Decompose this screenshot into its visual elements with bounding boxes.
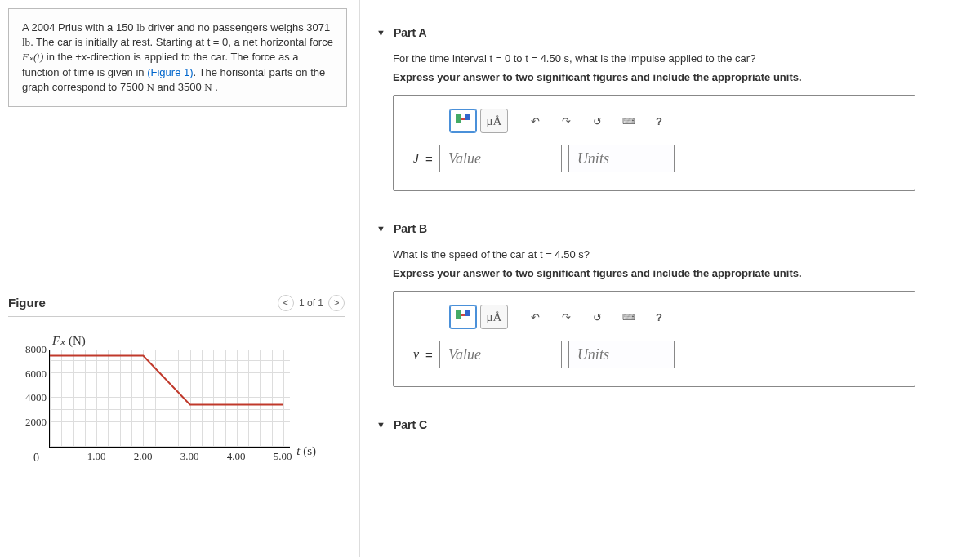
x-axis-label: t (s)	[296, 444, 316, 458]
y-tick: 2000	[25, 416, 47, 429]
part-a-header[interactable]: ▼ Part A	[360, 11, 980, 52]
part-b-value-input[interactable]	[439, 341, 562, 368]
x-tick: 3.00	[180, 450, 199, 463]
y-tick: 4000	[25, 391, 47, 404]
part-c-header[interactable]: ▼ Part C	[360, 403, 980, 444]
part-a-units-input[interactable]	[568, 145, 675, 172]
part-a-value-input[interactable]	[439, 145, 562, 172]
figure-link[interactable]: (Figure 1)	[147, 66, 193, 78]
part-b-units-input[interactable]	[568, 341, 675, 368]
x-unit: (s)	[300, 444, 316, 457]
svg-rect-3	[456, 310, 461, 319]
y-unit: (N)	[65, 334, 86, 347]
reset-button[interactable]: ↺	[583, 109, 611, 133]
text: A 2004 Prius with a 150	[22, 21, 136, 33]
var-label-j: J	[413, 151, 419, 166]
unit-lb: lb	[136, 21, 145, 33]
part-c-title: Part C	[394, 418, 427, 431]
caret-down-icon: ▼	[376, 420, 385, 430]
x-tick: 5.00	[274, 450, 292, 463]
next-figure-button[interactable]: >	[328, 295, 345, 311]
x-tick: 2.00	[134, 450, 153, 463]
text: and 3500	[154, 81, 204, 93]
figure-header: Figure < 1 of 1 >	[8, 295, 345, 317]
caret-down-icon: ▼	[376, 224, 385, 234]
x-tick: 1.00	[87, 450, 106, 463]
svg-rect-2	[466, 114, 470, 120]
part-b-header[interactable]: ▼ Part B	[360, 207, 980, 248]
unit-n: N	[147, 81, 154, 93]
unit-n: N	[204, 81, 212, 93]
var-fx: Fₓ(t)	[22, 51, 43, 63]
y-tick: 6000	[25, 368, 47, 381]
special-chars-button[interactable]: μÅ	[480, 305, 508, 329]
templates-button[interactable]	[449, 109, 477, 133]
unit-lb: lb	[22, 36, 30, 48]
part-b-title: Part B	[394, 222, 427, 235]
part-a-answer-box: μÅ ↶ ↷ ↺ ⌨ ? J =	[393, 95, 915, 191]
x-tick: 4.00	[227, 450, 246, 463]
svg-rect-4	[461, 314, 465, 316]
help-button[interactable]: ?	[645, 109, 673, 133]
redo-button[interactable]: ↷	[552, 305, 580, 329]
y-tick: 8000	[25, 343, 47, 356]
part-a-title: Part A	[394, 26, 427, 39]
part-b-body: What is the speed of the car at t = 4.50…	[360, 248, 980, 403]
part-a-body: For the time interval t = 0 to t = 4.50 …	[360, 52, 980, 207]
svg-rect-1	[461, 118, 465, 120]
special-chars-button[interactable]: μÅ	[480, 109, 508, 133]
text: . The car is initially at rest. Starting…	[30, 36, 333, 48]
templates-button[interactable]	[449, 305, 477, 329]
var-label-v: v	[413, 347, 419, 362]
keyboard-button[interactable]: ⌨	[614, 305, 642, 329]
problem-statement: A 2004 Prius with a 150 lb driver and no…	[8, 8, 347, 107]
part-a-instruction: Express your answer to two significant f…	[393, 71, 964, 83]
equals-sign: =	[425, 152, 433, 166]
part-b-instruction: Express your answer to two significant f…	[393, 267, 964, 279]
part-b-answer-box: μÅ ↶ ↷ ↺ ⌨ ? v =	[393, 291, 915, 387]
answer-toolbar: μÅ ↶ ↷ ↺ ⌨ ?	[449, 109, 900, 133]
pager-label: 1 of 1	[299, 297, 323, 309]
undo-button[interactable]: ↶	[521, 305, 549, 329]
caret-down-icon: ▼	[376, 28, 385, 38]
y-var: Fₓ	[52, 334, 65, 347]
figure-title: Figure	[8, 296, 46, 310]
force-time-graph: 8000 6000 4000 2000 1.00 2.00 3.00 4.00 …	[49, 350, 290, 448]
prev-figure-button[interactable]: <	[278, 295, 294, 311]
keyboard-button[interactable]: ⌨	[614, 109, 642, 133]
equals-sign: =	[425, 348, 433, 362]
undo-button[interactable]: ↶	[521, 109, 549, 133]
part-b-question: What is the speed of the car at t = 4.50…	[393, 248, 964, 261]
help-button[interactable]: ?	[645, 305, 673, 329]
part-a-question: For the time interval t = 0 to t = 4.50 …	[393, 52, 964, 65]
graph-area: Fₓ (N) 8000 6000 4000 2000 1.00 2.00 3.0…	[8, 333, 345, 448]
text: .	[212, 81, 218, 93]
svg-rect-5	[466, 310, 470, 316]
svg-rect-0	[456, 114, 461, 123]
reset-button[interactable]: ↺	[583, 305, 611, 329]
y-axis-label: Fₓ (N)	[52, 333, 345, 348]
redo-button[interactable]: ↷	[552, 109, 580, 133]
origin-label: 0	[33, 452, 39, 465]
figure-pager: < 1 of 1 >	[278, 295, 345, 311]
answer-toolbar: μÅ ↶ ↷ ↺ ⌨ ?	[449, 305, 900, 329]
text: driver and no passengers weighs 3071	[145, 21, 330, 33]
